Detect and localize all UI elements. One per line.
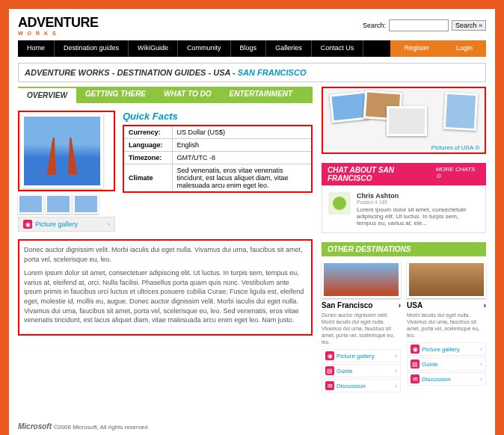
destination-desc: Morbi iaculis dui eget nulla. Vivamus du…	[407, 312, 486, 339]
logo: ADVENTURE W O R K S	[18, 15, 99, 36]
destination-card: San Francisco› Donec auctor dignissim ve…	[322, 261, 401, 392]
thumb-3[interactable]	[73, 194, 99, 214]
logo-main: ADVENTURE	[18, 15, 99, 31]
chevron-right-icon: ›	[395, 368, 397, 374]
quick-facts-table: Currency:US Dollar (US$) Language:Englis…	[123, 125, 313, 193]
chevron-right-icon: ›	[480, 376, 482, 383]
collage-photo[interactable]	[443, 92, 479, 131]
footer-brand: Microsoft	[18, 422, 52, 431]
book-icon: ▤	[325, 366, 334, 375]
chevron-right-icon: ›	[480, 361, 482, 368]
search-button[interactable]: Search »	[452, 20, 486, 31]
logo-sub: W O R K S	[18, 31, 99, 36]
fact-value: English	[172, 139, 312, 152]
tab-what-to-do[interactable]: WHAT TO DO	[155, 87, 221, 103]
fact-value: Sed venenatis, eros vitae venenatis tinc…	[172, 164, 312, 193]
destination-desc: Donec auctor dignissim velit. Morbi iacu…	[322, 312, 401, 345]
breadcrumb-current: SAN FRANCISCO	[238, 68, 307, 77]
destination-title[interactable]: San Francisco	[322, 301, 372, 309]
content-tabs: OVERVIEW GETTING THERE WHAT TO DO ENTERT…	[18, 87, 313, 103]
nav-home[interactable]: Home	[18, 40, 55, 57]
chat-icon: ✉	[325, 381, 334, 390]
breadcrumb: ADVENTURE WORKS - DESTINATION GUIDES - U…	[18, 63, 486, 82]
chevron-right-icon: ›	[395, 353, 397, 360]
nav-wikiguide[interactable]: WikiGuide	[129, 40, 178, 57]
dest-discussion-link[interactable]: ✉Discussion›	[407, 372, 486, 386]
tab-entertainment[interactable]: ENTERTAINMENT	[221, 87, 302, 103]
thumb-2[interactable]	[46, 194, 71, 214]
fact-key: Currency:	[123, 126, 172, 139]
nav-blogs[interactable]: Blogs	[231, 40, 267, 57]
chat-title: CHAT ABOUT SAN FRANCISCO	[328, 166, 436, 182]
search-box: Search: Search »	[363, 19, 486, 31]
fact-key: Timezone:	[123, 152, 172, 164]
camera-icon: ◉	[325, 351, 334, 360]
fact-key: Language:	[123, 139, 172, 152]
user-icon	[333, 197, 346, 210]
description-p1: Donec auctor dignissim velit. Morbi iacu…	[24, 245, 307, 264]
quick-facts-title: Quick Facts	[123, 111, 313, 122]
dest-discussion-link[interactable]: ✉Discussion›	[322, 379, 401, 392]
book-icon: ▤	[411, 360, 420, 368]
collage-photo[interactable]	[387, 106, 427, 136]
search-input[interactable]	[389, 19, 449, 31]
description-highlight: Donec auctor dignissim velit. Morbi iacu…	[18, 239, 313, 336]
footer-copy: ©2008 Microsoft, All rights reserved	[52, 424, 148, 431]
fact-value: GMT/UTC -8	[172, 152, 312, 164]
main-photo[interactable]	[21, 114, 103, 188]
chat-meta: Posted 4 185	[357, 200, 479, 205]
description-p2: Lorem ipsum dolor sit amet, consectetuer…	[24, 268, 307, 325]
nav-register[interactable]: Register	[390, 40, 443, 57]
nav-community[interactable]: Community	[178, 40, 231, 57]
main-nav: Home Destination guides WikiGuide Commun…	[18, 40, 486, 57]
footer: Microsoft ©2008 Microsoft, All rights re…	[18, 416, 486, 431]
picture-gallery-link[interactable]: ◉ Picture gallery ›	[18, 217, 115, 232]
chat-header: CHAT ABOUT SAN FRANCISCO MORE CHATS ⊙	[322, 163, 486, 185]
collage-caption[interactable]: Pictures of USA ⊙	[431, 144, 480, 151]
fact-value: US Dollar (US$)	[172, 126, 312, 139]
nav-destination-guides[interactable]: Destination guides	[55, 40, 129, 57]
destination-image[interactable]	[322, 261, 401, 298]
gallery-link-label: Picture gallery	[35, 220, 78, 228]
chevron-right-icon: ›	[395, 383, 397, 389]
chevron-right-icon[interactable]: ›	[484, 301, 486, 309]
other-destinations-header: OTHER DESTINATIONS	[322, 242, 486, 256]
chat-body: Chris Ashton Posted 4 185 Lorem ipsum do…	[322, 185, 486, 233]
thumb-1[interactable]	[18, 194, 43, 214]
nav-galleries[interactable]: Galleries	[266, 40, 312, 57]
photo-thumbs	[18, 194, 115, 214]
destination-title[interactable]: USA	[407, 301, 422, 309]
destination-card: USA› Morbi iaculis dui eget nulla. Vivam…	[407, 261, 486, 392]
chevron-right-icon[interactable]: ›	[399, 301, 401, 309]
more-chats-link[interactable]: MORE CHATS ⊙	[436, 166, 480, 182]
destination-image[interactable]	[407, 261, 486, 298]
dest-guide-link[interactable]: ▤Guide›	[322, 364, 401, 377]
chat-user-name[interactable]: Chris Ashton	[357, 192, 479, 200]
chevron-right-icon: ›	[480, 346, 482, 353]
tab-overview[interactable]: OVERVIEW	[18, 87, 76, 103]
nav-contact[interactable]: Contact Us	[312, 40, 364, 57]
dest-gallery-link[interactable]: ◉Picture gallery›	[322, 349, 401, 362]
camera-icon: ◉	[411, 345, 420, 354]
other-destinations-title: OTHER DESTINATIONS	[328, 245, 411, 253]
fact-key: Climate	[123, 164, 172, 193]
dest-guide-link[interactable]: ▤Guide›	[407, 357, 486, 371]
dest-gallery-link[interactable]: ◉Picture gallery›	[407, 342, 486, 356]
chevron-right-icon: ›	[108, 220, 110, 228]
breadcrumb-path: ADVENTURE WORKS - DESTINATION GUIDES - U…	[25, 68, 238, 77]
camera-icon: ◉	[23, 220, 32, 229]
main-photo-highlight	[18, 111, 115, 191]
avatar	[328, 192, 351, 215]
tab-getting-there[interactable]: GETTING THERE	[76, 87, 155, 103]
search-label: Search:	[363, 22, 386, 29]
photo-collage-highlight: Pictures of USA ⊙	[322, 87, 486, 154]
chat-icon: ✉	[411, 374, 420, 383]
nav-login[interactable]: Login	[443, 40, 486, 57]
chat-message: Lorem ipsum dolor sit amet, consectetuer…	[357, 206, 479, 226]
